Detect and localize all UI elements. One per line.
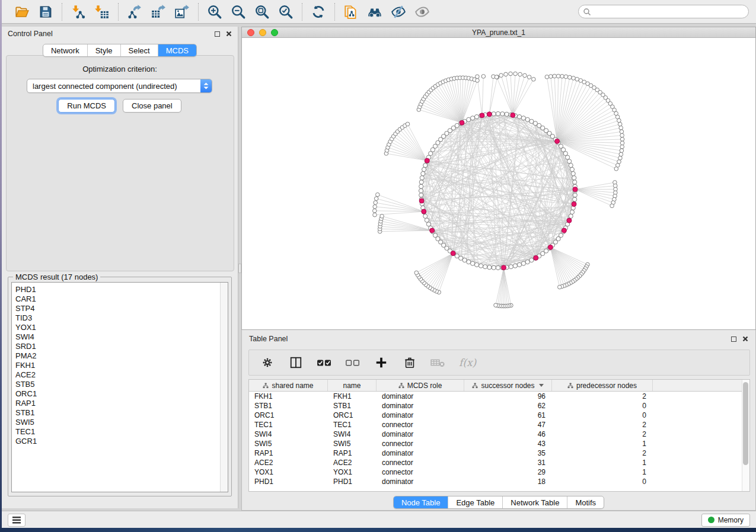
mcds-result-list[interactable]: PHD1CAR1STP4TID3YOX1SWI4SRD1PMA2FKH1ACE2… bbox=[11, 282, 228, 492]
zoom-in-icon[interactable] bbox=[206, 3, 224, 21]
column-header-name[interactable]: name bbox=[328, 380, 377, 391]
tab-network-table[interactable]: Network Table bbox=[502, 496, 567, 508]
mcds-hub-node[interactable] bbox=[451, 251, 455, 256]
table-scrollbar-thumb[interactable] bbox=[743, 382, 748, 465]
mcds-hub-node[interactable] bbox=[572, 202, 576, 207]
mcds-result-item[interactable]: TID3 bbox=[12, 313, 228, 323]
memory-button[interactable]: Memory bbox=[701, 514, 750, 527]
zoom-selected-icon[interactable] bbox=[277, 3, 295, 21]
deselect-all-columns-icon[interactable] bbox=[345, 355, 361, 370]
mcds-result-item[interactable]: FKH1 bbox=[12, 361, 228, 370]
new-network-from-selection-icon[interactable] bbox=[342, 3, 360, 21]
column-header-successor-nodes[interactable]: successor nodes bbox=[464, 380, 552, 391]
table-row[interactable]: ACE2ACE2connector311 bbox=[249, 458, 749, 467]
mcds-hub-node[interactable] bbox=[502, 265, 506, 270]
mcds-result-item[interactable]: RAP1 bbox=[12, 399, 228, 408]
mcds-hub-node[interactable] bbox=[425, 158, 429, 163]
tab-edge-table[interactable]: Edge Table bbox=[448, 496, 502, 508]
network-search-box[interactable] bbox=[578, 5, 749, 18]
mcds-result-item[interactable]: YOX1 bbox=[12, 323, 228, 332]
mcds-result-item[interactable]: SRD1 bbox=[12, 342, 228, 351]
export-image-icon[interactable] bbox=[173, 3, 191, 21]
tab-network[interactable]: Network bbox=[43, 44, 87, 56]
close-table-panel-icon[interactable] bbox=[742, 336, 748, 342]
mcds-result-item[interactable]: SWI5 bbox=[12, 418, 228, 427]
table-row[interactable]: TEC1TEC1connector472 bbox=[249, 420, 749, 430]
mcds-result-item[interactable]: STB5 bbox=[12, 380, 228, 389]
search-input[interactable] bbox=[591, 7, 748, 17]
add-column-icon[interactable] bbox=[374, 355, 389, 370]
mcds-result-item[interactable]: SWI4 bbox=[12, 332, 228, 342]
network-window-titlebar[interactable]: YPA_prune.txt_1 bbox=[242, 27, 755, 38]
mcds-hub-node[interactable] bbox=[460, 120, 464, 125]
table-row[interactable]: SWI4SWI4dominator462 bbox=[249, 430, 749, 439]
delete-column-icon[interactable] bbox=[402, 355, 417, 370]
table-scrollbar[interactable] bbox=[742, 380, 749, 491]
window-close-icon[interactable] bbox=[247, 29, 254, 36]
mcds-result-item[interactable]: ACE2 bbox=[12, 370, 228, 380]
close-panel-button[interactable]: Close panel bbox=[123, 99, 181, 113]
apply-layout-icon[interactable] bbox=[310, 3, 327, 21]
mcds-hub-node[interactable] bbox=[567, 218, 572, 223]
mcds-result-item[interactable]: CAR1 bbox=[12, 294, 228, 304]
export-network-icon[interactable] bbox=[126, 3, 143, 21]
mcds-hub-node[interactable] bbox=[422, 209, 426, 214]
mcds-hub-node[interactable] bbox=[534, 255, 538, 260]
table-row[interactable]: SWI5SWI5connector431 bbox=[249, 439, 749, 448]
tab-style[interactable]: Style bbox=[87, 44, 120, 56]
window-maximize-icon[interactable] bbox=[271, 29, 278, 36]
table-row[interactable]: ORC1ORC1dominator610 bbox=[249, 411, 749, 420]
run-mcds-button[interactable]: Run MCDS bbox=[58, 99, 115, 113]
zoom-out-icon[interactable] bbox=[229, 3, 247, 21]
table-row[interactable]: STB1STB1dominator620 bbox=[249, 401, 749, 411]
panel-toggle-button[interactable] bbox=[8, 514, 25, 527]
mcds-hub-node[interactable] bbox=[573, 187, 578, 192]
mcds-hub-node[interactable] bbox=[548, 245, 553, 249]
mcds-hub-node[interactable] bbox=[480, 113, 484, 118]
mcds-hub-node[interactable] bbox=[555, 139, 560, 143]
save-session-icon[interactable] bbox=[37, 3, 55, 21]
mcds-hub-node[interactable] bbox=[419, 198, 424, 203]
import-table-icon[interactable] bbox=[93, 3, 111, 21]
node-table: shared namenameMCDS rolesuccessor nodesp… bbox=[248, 379, 750, 492]
search-network-icon[interactable] bbox=[366, 3, 384, 21]
mcds-hub-node[interactable] bbox=[562, 228, 566, 233]
table-row[interactable]: FKH1FKH1dominator962 bbox=[249, 392, 749, 401]
mcds-result-item[interactable]: PHD1 bbox=[12, 285, 228, 294]
table-row[interactable]: RAP1RAP1dominator352 bbox=[249, 448, 749, 458]
zoom-fit-icon[interactable] bbox=[253, 3, 271, 21]
tab-node-table[interactable]: Node Table bbox=[394, 496, 448, 508]
mcds-result-item[interactable]: ORC1 bbox=[12, 389, 228, 399]
mcds-hub-node[interactable] bbox=[430, 228, 435, 233]
float-table-panel-icon[interactable] bbox=[731, 336, 736, 342]
window-minimize-icon[interactable] bbox=[259, 29, 266, 36]
open-file-icon[interactable] bbox=[13, 3, 31, 21]
mcds-result-item[interactable]: STB1 bbox=[12, 408, 228, 418]
select-all-columns-icon[interactable] bbox=[317, 355, 332, 370]
column-header-shared-name[interactable]: shared name bbox=[249, 380, 328, 391]
tab-select[interactable]: Select bbox=[120, 44, 158, 56]
table-settings-icon[interactable] bbox=[260, 355, 275, 370]
table-row[interactable]: YOX1YOX1connector291 bbox=[249, 467, 749, 477]
hide-selected-icon[interactable] bbox=[390, 3, 407, 21]
mcds-result-item[interactable]: GCR1 bbox=[12, 437, 228, 446]
mcds-result-item[interactable]: TEC1 bbox=[12, 427, 228, 437]
mcds-result-item[interactable]: PMA2 bbox=[12, 351, 228, 361]
mcds-hub-node[interactable] bbox=[487, 112, 492, 117]
tab-motifs[interactable]: Motifs bbox=[567, 496, 604, 508]
import-network-icon[interactable] bbox=[69, 3, 87, 21]
network-canvas[interactable] bbox=[242, 38, 755, 329]
mcds-result-scrollbar[interactable] bbox=[220, 283, 228, 492]
column-layout-icon[interactable] bbox=[288, 355, 304, 370]
table-row[interactable]: PHD1PHD1dominator180 bbox=[249, 477, 749, 486]
mcds-result-item[interactable]: STP4 bbox=[12, 304, 228, 313]
optimization-criterion-select[interactable]: largest connected component (undirected) bbox=[27, 79, 212, 93]
column-header-mcds-role[interactable]: MCDS role bbox=[377, 380, 464, 391]
float-panel-icon[interactable] bbox=[215, 31, 220, 37]
network-graph[interactable] bbox=[242, 38, 755, 329]
column-header-predecessor-nodes[interactable]: predecessor nodes bbox=[552, 380, 653, 391]
close-panel-icon[interactable] bbox=[226, 31, 232, 37]
mcds-hub-node[interactable] bbox=[511, 113, 515, 117]
export-table-icon[interactable] bbox=[149, 3, 167, 21]
tab-mcds[interactable]: MCDS bbox=[158, 44, 196, 56]
